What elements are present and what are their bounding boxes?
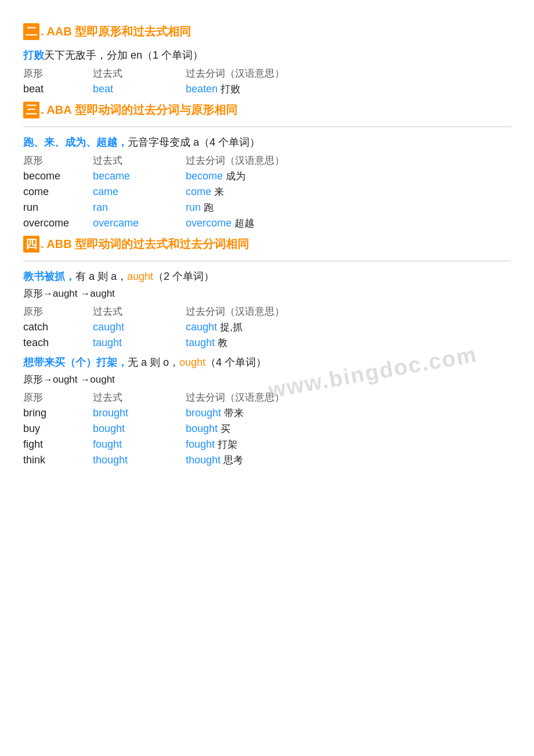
section2-intro: 打败天下无敌手，分加 en（1 个单词） <box>23 48 511 62</box>
section3-title-text: . ABA 型即动词的过去分词与原形相同 <box>41 103 237 116</box>
aught-header: 原形 过去式 过去分词（汉语意思） <box>23 305 511 318</box>
verb-row-teach: teach taught taught 教 <box>23 336 511 350</box>
verb-row-run: run ran run 跑 <box>23 201 511 214</box>
verb-row-become: become became become 成为 <box>23 170 511 183</box>
verb-row-think: think thought thought 思考 <box>23 453 511 467</box>
header-pp-3: 过去分词（汉语意思） <box>186 154 511 167</box>
section4-title-text: . ABB 型即动词的过去式和过去分词相同 <box>41 237 249 250</box>
header-base-3: 原形 <box>23 154 93 167</box>
section3-title: 三. ABA 型即动词的过去分词与原形相同 <box>23 102 511 118</box>
header-past-3: 过去式 <box>93 154 186 167</box>
verb-row-fight: fight fought fought 打架 <box>23 438 511 451</box>
aught-rule: 原形→aught →aught <box>23 287 511 300</box>
ought-intro: 想带来买（个）打架，无 a 则 o，ought（4 个单词） <box>23 355 511 369</box>
header-base: 原形 <box>23 67 93 80</box>
aught-intro: 教书被抓，有 a 则 a，aught（2 个单词） <box>23 269 511 283</box>
section3-intro: 跑、来、成为、超越，元音字母变成 a（4 个单词） <box>23 135 511 149</box>
beat-pp: beaten 打败 <box>186 82 511 96</box>
subsection-ought: 想带来买（个）打架，无 a 则 o，ought（4 个单词） 原形→ought … <box>23 355 511 467</box>
ought-rule: 原形→ought →ought <box>23 373 511 386</box>
section4-title: 四. ABB 型即动词的过去式和过去分词相同 <box>23 236 511 253</box>
header-past: 过去式 <box>93 67 186 80</box>
ought-header: 原形 过去式 过去分词（汉语意思） <box>23 391 511 404</box>
beat-base: beat <box>23 83 93 95</box>
divider-4 <box>23 261 511 261</box>
verb-row-overcome: overcome overcame overcome 超越 <box>23 217 511 230</box>
verb-row-come: come came come 来 <box>23 185 511 199</box>
section2-header: 原形 过去式 过去分词（汉语意思） <box>23 67 511 80</box>
section3-badge: 三 <box>23 102 39 118</box>
section-abb: 四. ABB 型即动词的过去式和过去分词相同 教书被抓，有 a 则 a，augh… <box>23 236 511 467</box>
beat-past: beat <box>93 83 186 95</box>
section2-title: 二. AAB 型即原形和过去式相同 <box>23 23 511 40</box>
verb-row-catch: catch caught caught 捉,抓 <box>23 321 511 334</box>
divider-3 <box>23 127 511 127</box>
verb-row-bring: bring brought brought 带来 <box>23 406 511 420</box>
section-aba: 三. ABA 型即动词的过去分词与原形相同 跑、来、成为、超越，元音字母变成 a… <box>23 102 511 230</box>
verb-row-buy: buy bought bought 买 <box>23 422 511 435</box>
section-aab: 二. AAB 型即原形和过去式相同 打败天下无敌手，分加 en（1 个单词） 原… <box>23 23 511 96</box>
verb-row-beat: beat beat beaten 打败 <box>23 82 511 96</box>
section2-title-text: . AAB 型即原形和过去式相同 <box>41 25 191 38</box>
section4-badge: 四 <box>23 236 39 253</box>
subsection-aught: 教书被抓，有 a 则 a，aught（2 个单词） 原形→aught →augh… <box>23 269 511 350</box>
section2-badge: 二 <box>23 23 39 40</box>
header-pp: 过去分词（汉语意思） <box>186 67 511 80</box>
section3-header: 原形 过去式 过去分词（汉语意思） <box>23 154 511 167</box>
